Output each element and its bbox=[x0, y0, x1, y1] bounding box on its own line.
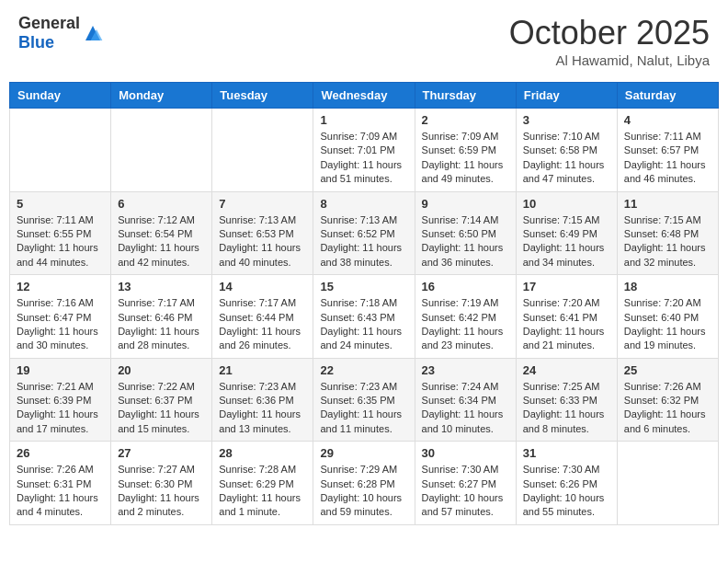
day-number: 18 bbox=[624, 280, 711, 293]
day-number: 20 bbox=[118, 363, 205, 377]
day-info: Sunrise: 7:12 AM Sunset: 6:54 PM Dayligh… bbox=[118, 213, 205, 270]
day-info: Sunrise: 7:11 AM Sunset: 6:57 PM Dayligh… bbox=[624, 130, 711, 187]
weekday-header-wednesday: Wednesday bbox=[313, 83, 415, 109]
day-number: 6 bbox=[118, 197, 205, 211]
calendar-cell: 24Sunrise: 7:25 AM Sunset: 6:33 PM Dayli… bbox=[516, 358, 617, 442]
calendar-cell: 27Sunrise: 7:27 AM Sunset: 6:30 PM Dayli… bbox=[111, 442, 212, 525]
day-number: 7 bbox=[219, 197, 306, 211]
day-number: 14 bbox=[219, 280, 306, 293]
day-info: Sunrise: 7:22 AM Sunset: 6:37 PM Dayligh… bbox=[118, 380, 205, 437]
logo-general: General bbox=[18, 14, 80, 32]
day-number: 8 bbox=[320, 197, 407, 211]
day-info: Sunrise: 7:23 AM Sunset: 6:35 PM Dayligh… bbox=[320, 380, 407, 437]
day-number: 31 bbox=[523, 446, 610, 460]
calendar-cell: 31Sunrise: 7:30 AM Sunset: 6:26 PM Dayli… bbox=[516, 442, 617, 525]
location: Al Hawamid, Nalut, Libya bbox=[509, 52, 710, 68]
calendar-cell: 7Sunrise: 7:13 AM Sunset: 6:53 PM Daylig… bbox=[212, 191, 313, 275]
day-number: 23 bbox=[422, 363, 509, 377]
day-info: Sunrise: 7:13 AM Sunset: 6:52 PM Dayligh… bbox=[320, 213, 407, 270]
day-number: 21 bbox=[219, 363, 306, 377]
day-number: 29 bbox=[320, 446, 407, 460]
calendar-cell: 18Sunrise: 7:20 AM Sunset: 6:40 PM Dayli… bbox=[617, 275, 718, 359]
day-info: Sunrise: 7:20 AM Sunset: 6:41 PM Dayligh… bbox=[523, 296, 610, 353]
calendar-table: SundayMondayTuesdayWednesdayThursdayFrid… bbox=[9, 82, 719, 525]
logo-blue: Blue bbox=[18, 33, 54, 52]
calendar-cell: 23Sunrise: 7:24 AM Sunset: 6:34 PM Dayli… bbox=[415, 358, 516, 442]
calendar-week-1: 1Sunrise: 7:09 AM Sunset: 7:01 PM Daylig… bbox=[10, 109, 719, 192]
calendar-week-3: 12Sunrise: 7:16 AM Sunset: 6:47 PM Dayli… bbox=[10, 275, 719, 359]
calendar-week-2: 5Sunrise: 7:11 AM Sunset: 6:55 PM Daylig… bbox=[10, 191, 719, 275]
day-number: 26 bbox=[17, 446, 104, 460]
calendar-cell bbox=[617, 442, 718, 525]
calendar-cell: 1Sunrise: 7:09 AM Sunset: 7:01 PM Daylig… bbox=[313, 109, 415, 192]
day-info: Sunrise: 7:15 AM Sunset: 6:49 PM Dayligh… bbox=[523, 213, 610, 270]
page-header: General Blue October 2025 Al Hawamid, Na… bbox=[9, 9, 719, 73]
day-info: Sunrise: 7:15 AM Sunset: 6:48 PM Dayligh… bbox=[624, 213, 711, 270]
calendar-cell: 30Sunrise: 7:30 AM Sunset: 6:27 PM Dayli… bbox=[415, 442, 516, 525]
calendar-week-5: 26Sunrise: 7:26 AM Sunset: 6:31 PM Dayli… bbox=[10, 442, 719, 525]
day-number: 3 bbox=[523, 113, 610, 127]
title-block: October 2025 Al Hawamid, Nalut, Libya bbox=[509, 14, 710, 68]
day-info: Sunrise: 7:09 AM Sunset: 6:59 PM Dayligh… bbox=[422, 130, 509, 187]
day-info: Sunrise: 7:24 AM Sunset: 6:34 PM Dayligh… bbox=[422, 380, 509, 437]
calendar-cell: 13Sunrise: 7:17 AM Sunset: 6:46 PM Dayli… bbox=[111, 275, 212, 359]
day-info: Sunrise: 7:27 AM Sunset: 6:30 PM Dayligh… bbox=[118, 463, 205, 520]
weekday-header-monday: Monday bbox=[111, 83, 212, 109]
calendar-cell: 28Sunrise: 7:28 AM Sunset: 6:29 PM Dayli… bbox=[212, 442, 313, 525]
logo-text: General Blue bbox=[18, 14, 80, 52]
calendar-week-4: 19Sunrise: 7:21 AM Sunset: 6:39 PM Dayli… bbox=[10, 358, 719, 442]
day-number: 28 bbox=[219, 446, 306, 460]
calendar-cell: 11Sunrise: 7:15 AM Sunset: 6:48 PM Dayli… bbox=[617, 191, 718, 275]
calendar-header-row: SundayMondayTuesdayWednesdayThursdayFrid… bbox=[10, 83, 719, 109]
day-info: Sunrise: 7:29 AM Sunset: 6:28 PM Dayligh… bbox=[320, 463, 407, 520]
calendar-cell: 9Sunrise: 7:14 AM Sunset: 6:50 PM Daylig… bbox=[415, 191, 516, 275]
calendar-cell: 14Sunrise: 7:17 AM Sunset: 6:44 PM Dayli… bbox=[212, 275, 313, 359]
day-info: Sunrise: 7:26 AM Sunset: 6:31 PM Dayligh… bbox=[17, 463, 104, 520]
day-number: 10 bbox=[523, 197, 610, 211]
day-info: Sunrise: 7:19 AM Sunset: 6:42 PM Dayligh… bbox=[422, 296, 509, 353]
day-info: Sunrise: 7:14 AM Sunset: 6:50 PM Dayligh… bbox=[422, 213, 509, 270]
day-info: Sunrise: 7:16 AM Sunset: 6:47 PM Dayligh… bbox=[17, 296, 104, 353]
day-number: 9 bbox=[422, 197, 509, 211]
day-number: 13 bbox=[118, 280, 205, 293]
calendar-cell: 21Sunrise: 7:23 AM Sunset: 6:36 PM Dayli… bbox=[212, 358, 313, 442]
day-number: 1 bbox=[320, 113, 407, 127]
day-info: Sunrise: 7:09 AM Sunset: 7:01 PM Dayligh… bbox=[320, 130, 407, 187]
calendar-cell: 4Sunrise: 7:11 AM Sunset: 6:57 PM Daylig… bbox=[617, 109, 718, 192]
day-info: Sunrise: 7:11 AM Sunset: 6:55 PM Dayligh… bbox=[17, 213, 104, 270]
calendar-cell: 2Sunrise: 7:09 AM Sunset: 6:59 PM Daylig… bbox=[415, 109, 516, 192]
calendar-cell: 22Sunrise: 7:23 AM Sunset: 6:35 PM Dayli… bbox=[313, 358, 415, 442]
day-number: 11 bbox=[624, 197, 711, 211]
day-info: Sunrise: 7:30 AM Sunset: 6:26 PM Dayligh… bbox=[523, 463, 610, 520]
calendar-cell: 20Sunrise: 7:22 AM Sunset: 6:37 PM Dayli… bbox=[111, 358, 212, 442]
calendar-cell bbox=[10, 109, 111, 192]
day-info: Sunrise: 7:13 AM Sunset: 6:53 PM Dayligh… bbox=[219, 213, 306, 270]
day-number: 12 bbox=[17, 280, 104, 293]
day-info: Sunrise: 7:17 AM Sunset: 6:44 PM Dayligh… bbox=[219, 296, 306, 353]
weekday-header-friday: Friday bbox=[516, 83, 617, 109]
day-number: 5 bbox=[17, 197, 104, 211]
calendar-cell: 15Sunrise: 7:18 AM Sunset: 6:43 PM Dayli… bbox=[313, 275, 415, 359]
day-number: 16 bbox=[422, 280, 509, 293]
day-number: 30 bbox=[422, 446, 509, 460]
day-number: 2 bbox=[422, 113, 509, 127]
month-title: October 2025 bbox=[509, 14, 710, 52]
day-number: 4 bbox=[624, 113, 711, 127]
logo: General Blue bbox=[18, 14, 104, 52]
calendar-cell: 25Sunrise: 7:26 AM Sunset: 6:32 PM Dayli… bbox=[617, 358, 718, 442]
day-info: Sunrise: 7:18 AM Sunset: 6:43 PM Dayligh… bbox=[320, 296, 407, 353]
day-info: Sunrise: 7:21 AM Sunset: 6:39 PM Dayligh… bbox=[17, 380, 104, 437]
logo-icon bbox=[82, 22, 104, 44]
day-info: Sunrise: 7:10 AM Sunset: 6:58 PM Dayligh… bbox=[523, 130, 610, 187]
weekday-header-thursday: Thursday bbox=[415, 83, 516, 109]
weekday-header-saturday: Saturday bbox=[617, 83, 718, 109]
calendar-cell: 10Sunrise: 7:15 AM Sunset: 6:49 PM Dayli… bbox=[516, 191, 617, 275]
day-number: 25 bbox=[624, 363, 711, 377]
day-number: 19 bbox=[17, 363, 104, 377]
day-info: Sunrise: 7:17 AM Sunset: 6:46 PM Dayligh… bbox=[118, 296, 205, 353]
calendar-cell: 6Sunrise: 7:12 AM Sunset: 6:54 PM Daylig… bbox=[111, 191, 212, 275]
calendar-cell: 8Sunrise: 7:13 AM Sunset: 6:52 PM Daylig… bbox=[313, 191, 415, 275]
day-info: Sunrise: 7:30 AM Sunset: 6:27 PM Dayligh… bbox=[422, 463, 509, 520]
day-info: Sunrise: 7:26 AM Sunset: 6:32 PM Dayligh… bbox=[624, 380, 711, 437]
day-info: Sunrise: 7:28 AM Sunset: 6:29 PM Dayligh… bbox=[219, 463, 306, 520]
